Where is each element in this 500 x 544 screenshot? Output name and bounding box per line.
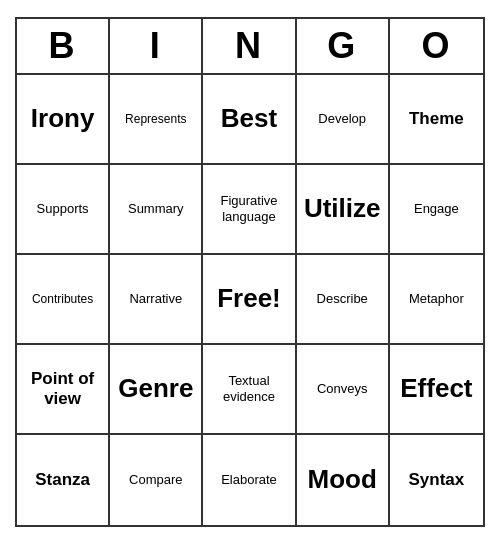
cell-text-3: Develop: [318, 111, 366, 127]
cell-text-18: Conveys: [317, 381, 368, 397]
cell-text-12: Free!: [217, 283, 281, 314]
bingo-card: BINGO IronyRepresentsBestDevelopThemeSup…: [15, 17, 485, 527]
cell-text-23: Mood: [308, 464, 377, 495]
bingo-cell-8: Utilize: [297, 165, 390, 255]
header-letter-i: I: [110, 19, 203, 73]
bingo-cell-4: Theme: [390, 75, 483, 165]
header-letter-n: N: [203, 19, 296, 73]
bingo-cell-0: Irony: [17, 75, 110, 165]
bingo-cell-15: Point of view: [17, 345, 110, 435]
bingo-cell-2: Best: [203, 75, 296, 165]
header-letter-g: G: [297, 19, 390, 73]
cell-text-4: Theme: [409, 109, 464, 129]
bingo-cell-13: Describe: [297, 255, 390, 345]
cell-text-16: Genre: [118, 373, 193, 404]
cell-text-9: Engage: [414, 201, 459, 217]
bingo-cell-23: Mood: [297, 435, 390, 525]
bingo-cell-10: Contributes: [17, 255, 110, 345]
bingo-cell-18: Conveys: [297, 345, 390, 435]
bingo-cell-17: Textual evidence: [203, 345, 296, 435]
cell-text-2: Best: [221, 103, 277, 134]
bingo-cell-14: Metaphor: [390, 255, 483, 345]
cell-text-24: Syntax: [409, 470, 465, 490]
cell-text-6: Summary: [128, 201, 184, 217]
cell-text-1: Represents: [125, 112, 186, 126]
cell-text-8: Utilize: [304, 193, 381, 224]
cell-text-10: Contributes: [32, 292, 93, 306]
bingo-cell-5: Supports: [17, 165, 110, 255]
cell-text-22: Elaborate: [221, 472, 277, 488]
bingo-cell-22: Elaborate: [203, 435, 296, 525]
cell-text-17: Textual evidence: [207, 373, 290, 404]
bingo-cell-12: Free!: [203, 255, 296, 345]
cell-text-7: Figurative language: [207, 193, 290, 224]
cell-text-15: Point of view: [21, 369, 104, 410]
bingo-cell-21: Compare: [110, 435, 203, 525]
bingo-cell-20: Stanza: [17, 435, 110, 525]
bingo-cell-11: Narrative: [110, 255, 203, 345]
bingo-cell-16: Genre: [110, 345, 203, 435]
bingo-cell-3: Develop: [297, 75, 390, 165]
bingo-cell-7: Figurative language: [203, 165, 296, 255]
cell-text-19: Effect: [400, 373, 472, 404]
cell-text-21: Compare: [129, 472, 182, 488]
cell-text-11: Narrative: [129, 291, 182, 307]
cell-text-20: Stanza: [35, 470, 90, 490]
bingo-header: BINGO: [17, 19, 483, 75]
bingo-cell-19: Effect: [390, 345, 483, 435]
bingo-cell-6: Summary: [110, 165, 203, 255]
cell-text-13: Describe: [317, 291, 368, 307]
bingo-cell-9: Engage: [390, 165, 483, 255]
bingo-cell-24: Syntax: [390, 435, 483, 525]
cell-text-5: Supports: [37, 201, 89, 217]
header-letter-b: B: [17, 19, 110, 73]
bingo-grid: IronyRepresentsBestDevelopThemeSupportsS…: [17, 75, 483, 525]
cell-text-14: Metaphor: [409, 291, 464, 307]
bingo-cell-1: Represents: [110, 75, 203, 165]
cell-text-0: Irony: [31, 103, 95, 134]
header-letter-o: O: [390, 19, 483, 73]
